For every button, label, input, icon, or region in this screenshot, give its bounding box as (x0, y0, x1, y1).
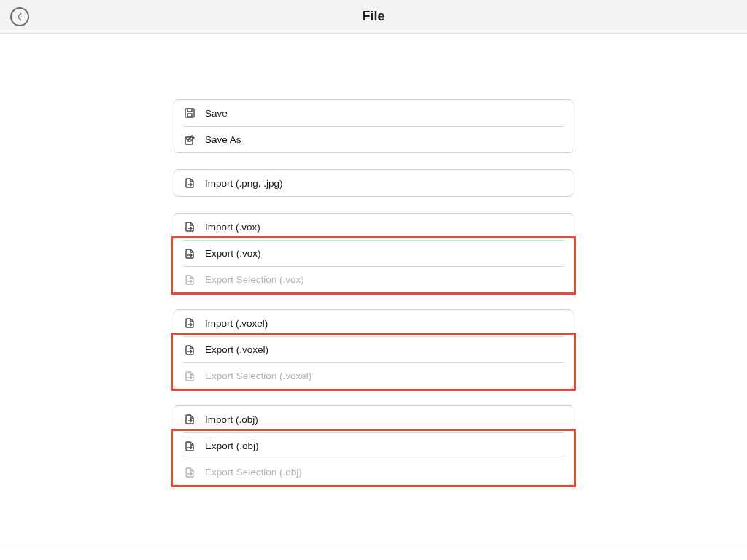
export-voxel-label: Export (.voxel) (205, 344, 268, 355)
export-icon (183, 247, 196, 260)
save-row[interactable]: Save (183, 100, 564, 126)
import-obj-row[interactable]: Import (.obj) (183, 406, 564, 432)
header: File (0, 0, 747, 34)
import-icon (183, 413, 196, 426)
export-sel-voxel-row: Export Selection (.voxel) (183, 362, 564, 389)
import-image-row[interactable]: Import (.png, .jpg) (183, 170, 564, 196)
content-area: SaveSave AsImport (.png, .jpg)Import (.v… (0, 34, 747, 548)
import-icon (183, 220, 196, 233)
export-icon (183, 370, 196, 383)
vox-group-wrapper: Import (.vox)Export (.vox)Export Selecti… (174, 213, 573, 293)
voxel-group-wrapper: Import (.voxel)Export (.voxel)Export Sel… (174, 309, 573, 389)
import-image-group-wrapper: Import (.png, .jpg) (174, 169, 573, 197)
chevron-left-icon (15, 12, 24, 21)
page-title: File (362, 9, 384, 24)
save-label: Save (205, 108, 228, 119)
export-sel-voxel-label: Export Selection (.voxel) (205, 370, 311, 381)
footer-separator (0, 548, 747, 548)
export-obj-row[interactable]: Export (.obj) (183, 432, 564, 459)
import-vox-label: Import (.vox) (205, 222, 260, 233)
export-sel-obj-label: Export Selection (.obj) (205, 467, 302, 478)
import-vox-row[interactable]: Import (.vox) (183, 214, 564, 240)
voxel-group: Import (.voxel)Export (.voxel)Export Sel… (174, 309, 573, 389)
obj-group: Import (.obj)Export (.obj)Export Selecti… (174, 405, 573, 486)
import-icon (183, 176, 196, 190)
import-obj-label: Import (.obj) (205, 414, 258, 425)
import-image-label: Import (.png, .jpg) (205, 178, 283, 189)
export-voxel-row[interactable]: Export (.voxel) (183, 336, 564, 362)
export-obj-label: Export (.obj) (205, 440, 259, 451)
save-icon (183, 106, 196, 120)
export-sel-vox-row: Export Selection (.vox) (183, 266, 564, 292)
import-icon (183, 316, 196, 330)
export-icon (183, 273, 196, 287)
export-vox-row[interactable]: Export (.vox) (183, 240, 564, 266)
obj-group-wrapper: Import (.obj)Export (.obj)Export Selecti… (174, 405, 573, 486)
export-icon (183, 466, 196, 479)
save-as-row[interactable]: Save As (183, 126, 564, 152)
save-group: SaveSave As (174, 99, 573, 153)
back-button[interactable] (10, 7, 29, 26)
export-vox-label: Export (.vox) (205, 248, 261, 259)
export-sel-obj-row: Export Selection (.obj) (183, 459, 564, 485)
import-image-group: Import (.png, .jpg) (174, 169, 573, 197)
export-icon (183, 440, 196, 453)
import-voxel-row[interactable]: Import (.voxel) (183, 310, 564, 336)
import-voxel-label: Import (.voxel) (205, 318, 268, 329)
vox-group: Import (.vox)Export (.vox)Export Selecti… (174, 213, 573, 293)
save-as-icon (183, 133, 196, 147)
save-as-label: Save As (205, 134, 241, 145)
save-group-wrapper: SaveSave As (174, 99, 573, 153)
export-sel-vox-label: Export Selection (.vox) (205, 274, 304, 285)
export-icon (183, 343, 196, 357)
